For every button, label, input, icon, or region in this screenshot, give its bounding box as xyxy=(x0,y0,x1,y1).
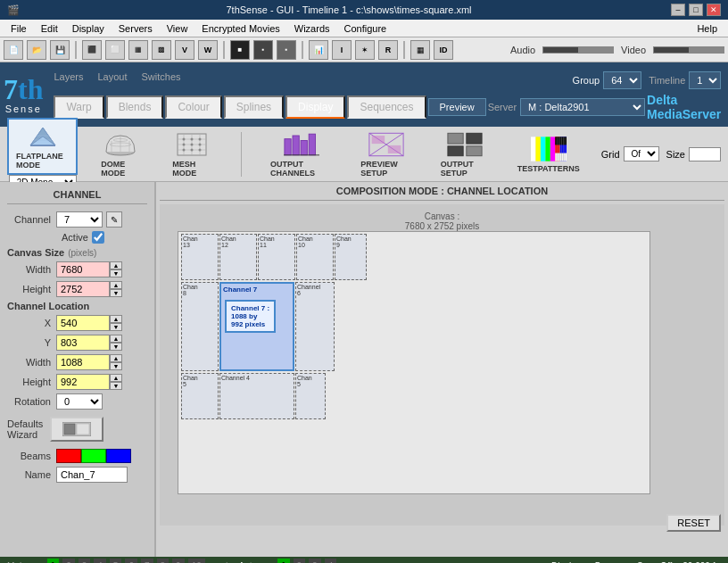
open-icon[interactable]: 📂 xyxy=(27,40,46,60)
menu-servers[interactable]: Servers xyxy=(112,21,160,36)
tab-display[interactable]: Display xyxy=(285,95,345,119)
auto-track-4[interactable]: 4 xyxy=(325,559,337,563)
ch-x-input[interactable] xyxy=(56,315,110,331)
tab-blends[interactable]: Blends xyxy=(106,95,164,119)
tool3[interactable]: ▦ xyxy=(128,40,148,60)
canvas-width-input[interactable] xyxy=(56,261,110,277)
menu-file[interactable]: File xyxy=(4,21,34,36)
nav-layout[interactable]: Layout xyxy=(97,71,127,89)
channel-4[interactable]: Channel 4 xyxy=(219,373,294,419)
menu-display[interactable]: Display xyxy=(65,21,112,36)
preview-button[interactable]: Preview xyxy=(428,98,486,116)
track-1-active[interactable]: 1 xyxy=(47,559,60,563)
video-slider[interactable] xyxy=(653,46,724,54)
tab-warp[interactable]: Warp xyxy=(54,95,103,119)
defaults-wizard-button[interactable] xyxy=(50,417,103,442)
size-input[interactable]: 25 xyxy=(689,147,721,161)
menu-edit[interactable]: Edit xyxy=(34,21,65,36)
auto-track-2[interactable]: 2 xyxy=(294,559,306,563)
canvas-width-up[interactable]: ▲ xyxy=(110,261,122,269)
ch-height-down[interactable]: ▼ xyxy=(110,382,122,390)
track-4[interactable]: 4 xyxy=(94,559,106,563)
menu-configure[interactable]: Configure xyxy=(337,21,394,36)
nav-switches[interactable]: Switches xyxy=(142,71,181,89)
channel-11[interactable]: Chan11 xyxy=(258,234,295,280)
active-checkbox[interactable] xyxy=(92,231,104,244)
maximize-button[interactable]: □ xyxy=(689,4,703,16)
channel-edit-button[interactable]: ✎ xyxy=(106,211,122,228)
tool-R[interactable]: R xyxy=(378,40,398,60)
canvas-height-input[interactable] xyxy=(56,281,110,297)
grid-select[interactable]: Off On xyxy=(624,146,659,161)
canvas-height-up[interactable]: ▲ xyxy=(110,281,122,289)
output-channels-button[interactable]: Output Channels xyxy=(263,128,339,181)
canvas-height-down[interactable]: ▼ xyxy=(110,289,122,297)
track-8[interactable]: 8 xyxy=(157,559,170,563)
name-input[interactable] xyxy=(56,467,128,483)
dome-mode-button[interactable]: Dome Mode xyxy=(92,126,149,183)
close-button[interactable]: ✕ xyxy=(707,4,721,16)
track-7[interactable]: 7 xyxy=(141,559,153,563)
group-select[interactable]: 64 xyxy=(603,71,641,89)
new-icon[interactable]: 📄 xyxy=(4,40,23,60)
reset-button[interactable]: RESET xyxy=(666,514,721,532)
ch-rotation-select[interactable]: 0 90 180 270 xyxy=(56,393,103,410)
track-2[interactable]: 2 xyxy=(62,559,75,563)
channel-10[interactable]: Chan10 xyxy=(296,234,334,280)
channel-8[interactable]: Chan8 xyxy=(181,282,219,371)
flatplane-mode-button[interactable]: Flatplane Mode xyxy=(7,118,78,175)
tool-asterisk[interactable]: ✶ xyxy=(355,40,375,60)
ch-height-input[interactable] xyxy=(56,374,110,390)
beam-red[interactable] xyxy=(56,449,81,463)
mesh-mode-button[interactable]: Mesh Mode xyxy=(163,126,219,183)
preview-setup-button[interactable]: Preview Setup xyxy=(353,128,418,181)
track-5[interactable]: 5 xyxy=(110,559,122,563)
beam-green[interactable] xyxy=(81,449,106,463)
tool5[interactable]: V xyxy=(175,40,194,60)
track-6[interactable]: 6 xyxy=(125,559,137,563)
beam-blue[interactable] xyxy=(106,449,131,463)
track-3[interactable]: 3 xyxy=(79,559,91,563)
ch-x-down[interactable]: ▼ xyxy=(110,323,122,331)
tool9[interactable]: ▪ xyxy=(277,40,296,60)
testpatterns-button[interactable]: Testpatterns xyxy=(510,132,587,177)
nav-layers[interactable]: Layers xyxy=(54,71,83,89)
tab-colour[interactable]: Colour xyxy=(165,95,221,119)
ch-x-up[interactable]: ▲ xyxy=(110,315,122,323)
minimize-button[interactable]: – xyxy=(671,4,685,16)
tab-sequences[interactable]: Sequences xyxy=(347,95,426,119)
menu-view[interactable]: View xyxy=(160,21,195,36)
channel-5a[interactable]: Chan5 xyxy=(181,373,219,419)
server-select[interactable]: M : Delta2901 xyxy=(520,98,645,116)
menu-encrypted[interactable]: Encrypted Movies xyxy=(194,21,286,36)
tool-chart[interactable]: 📊 xyxy=(309,40,328,60)
tool-I[interactable]: I xyxy=(332,40,352,60)
tool8[interactable]: ▪ xyxy=(253,40,273,60)
canvas-width-down[interactable]: ▼ xyxy=(110,269,122,277)
tool7[interactable]: ■ xyxy=(230,40,250,60)
ch-width-down[interactable]: ▼ xyxy=(110,362,122,370)
ch-height-up[interactable]: ▲ xyxy=(110,374,122,382)
timeline-select[interactable]: 1 xyxy=(689,71,721,89)
tool6[interactable]: W xyxy=(198,40,218,60)
menu-wizards[interactable]: Wizards xyxy=(287,21,337,36)
channel-12[interactable]: Chan12 xyxy=(219,234,257,280)
track-9[interactable]: 9 xyxy=(172,559,185,563)
channel-6[interactable]: Channel6 xyxy=(295,282,335,371)
tool2[interactable]: ⬜ xyxy=(105,40,125,60)
ch-y-up[interactable]: ▲ xyxy=(110,335,122,343)
tool4[interactable]: ▩ xyxy=(152,40,171,60)
channel-select[interactable]: 7 xyxy=(56,211,103,228)
audio-slider[interactable] xyxy=(542,46,614,54)
auto-track-3[interactable]: 3 xyxy=(309,559,321,563)
ch-y-input[interactable] xyxy=(56,335,110,351)
output-setup-button[interactable]: Output Setup xyxy=(434,128,496,181)
channel-7[interactable]: Channel 7 Channel 7 :1088 by992 pixels xyxy=(219,282,294,371)
tool-ID[interactable]: ID xyxy=(434,40,453,60)
auto-track-1[interactable]: 1 xyxy=(277,559,290,563)
ch-y-down[interactable]: ▼ xyxy=(110,343,122,351)
tool-grid[interactable]: ▦ xyxy=(410,40,430,60)
help-link[interactable]: Help xyxy=(690,21,724,36)
tool1[interactable]: ⬛ xyxy=(82,40,102,60)
ch-width-up[interactable]: ▲ xyxy=(110,354,122,362)
